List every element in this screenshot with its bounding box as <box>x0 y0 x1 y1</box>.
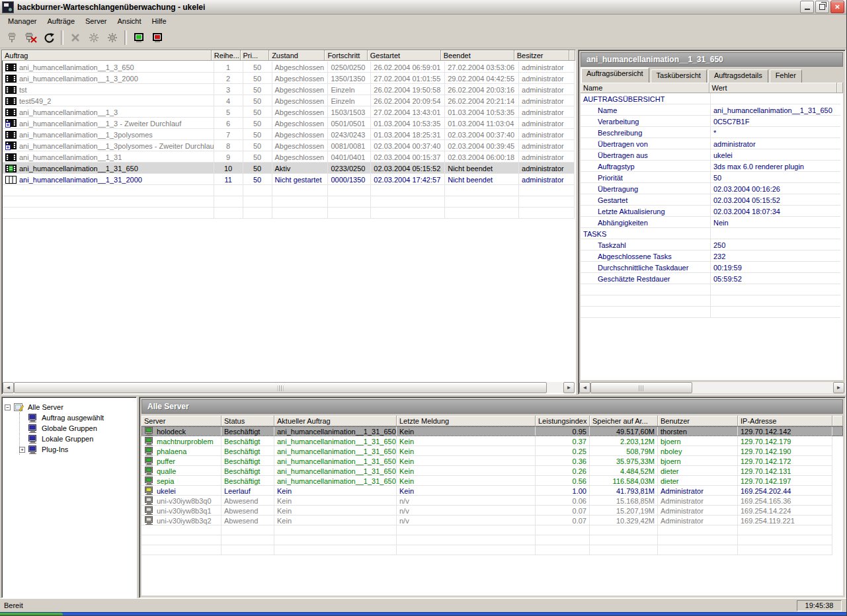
tree-root-label[interactable]: Alle Server <box>26 403 65 411</box>
server-row[interactable]: pufferBeschäftigtani_humancellanimation_… <box>141 456 843 466</box>
server-row[interactable]: sepiaBeschäftigtani_humancellanimation__… <box>141 476 843 486</box>
details-hscrollbar[interactable]: ◄ ► <box>579 382 844 393</box>
job-owner-cell: administrator <box>519 151 575 163</box>
tree-item-alle-server[interactable]: −Alle Server <box>5 402 134 412</box>
server-caption: Alle Server <box>141 399 843 414</box>
server-row[interactable]: qualleBeschäftigtani_humancellanimation_… <box>141 466 843 476</box>
vertical-splitter-bottom[interactable] <box>137 397 139 598</box>
server-row[interactable]: uni-v30iyw8b3q2AbwesendKeinn/v0.0710.329… <box>141 516 843 525</box>
job-column-header[interactable]: Beendet <box>441 50 514 61</box>
job-row[interactable]: ani_humancellanimation__1_31_20001150Nic… <box>3 174 575 185</box>
job-row[interactable]: ani_humancellanimation__1_31_6501050Akti… <box>3 163 575 174</box>
menu-item-manager[interactable]: Manager <box>3 16 42 26</box>
tree-item-label[interactable]: Globale Gruppen <box>40 424 99 432</box>
tree-item-label[interactable]: Plug-Ins <box>40 445 69 453</box>
tab-fehler[interactable]: Fehler <box>770 69 802 83</box>
tab-auftragsdetails[interactable]: Auftragsdetails <box>708 69 768 83</box>
scroll-track[interactable] <box>590 382 833 393</box>
title-bar[interactable]: backburner-Warteschlangenüberwachung - u… <box>0 0 846 15</box>
close-button[interactable]: ✕ <box>830 1 844 13</box>
scroll-thumb[interactable] <box>590 382 692 393</box>
job-ended-cell: Nicht beendet <box>445 163 519 174</box>
job-row[interactable]: ani_humancellanimation__1_3polysomes750A… <box>3 129 575 140</box>
server-name-cell: uni-v30iyw8b3q2 <box>141 516 222 525</box>
delete-job-button[interactable] <box>67 30 84 46</box>
details-name-cell: Letzte Aktualisierung <box>581 206 711 217</box>
disconnect-button[interactable] <box>22 30 39 46</box>
job-hscrollbar[interactable]: ◄ ► <box>3 382 575 393</box>
server-row[interactable]: phalaenaBeschäftigtani_humancellanimatio… <box>141 446 843 456</box>
tree-item-globalegruppen[interactable]: Globale Gruppen <box>19 423 134 434</box>
server-row[interactable]: holodeckBeschäftigtani_humancellanimatio… <box>141 426 843 436</box>
details-column-header[interactable]: Name <box>581 83 709 93</box>
menu-item-auftrge[interactable]: Aufträge <box>42 16 80 26</box>
scroll-thumb[interactable] <box>14 382 547 393</box>
scroll-left-icon[interactable]: ◄ <box>579 382 590 393</box>
server-online-button[interactable] <box>130 30 147 46</box>
tab-auftragsbersicht[interactable]: Auftragsübersicht <box>581 67 649 83</box>
job-column-header[interactable]: Fortschritt <box>325 50 367 61</box>
job-row[interactable]: ani_humancellanimation__1_3_650150Abgesc… <box>3 61 575 73</box>
server-row[interactable]: machtnurproblemBeschäftigtani_humancella… <box>141 436 843 446</box>
server-row[interactable]: uni-v30iyw8b3q1AbwesendKeinn/v0.0715.207… <box>141 506 843 516</box>
server-column-header[interactable]: Status <box>222 416 274 426</box>
suspend-job-button[interactable] <box>85 30 102 46</box>
menu-item-hilfe[interactable]: Hilfe <box>147 16 172 26</box>
windows-taskbar[interactable] <box>0 612 846 616</box>
job-column-header[interactable]: Gestartet <box>368 50 441 61</box>
suspend-job-icon <box>88 32 100 43</box>
job-row[interactable]: ani_humancellanimation__1_3_2000250Abges… <box>3 73 575 84</box>
activate-job-button[interactable] <box>104 30 121 46</box>
job-column-header[interactable]: Zustand <box>269 50 325 61</box>
job-column-header[interactable]: Reihe... <box>212 50 241 61</box>
scroll-right-icon[interactable]: ► <box>833 382 844 393</box>
server-offline-button[interactable] <box>149 30 166 46</box>
scroll-left-icon[interactable]: ◄ <box>3 382 14 393</box>
job-column-header[interactable]: Besitzer <box>514 50 569 61</box>
details-row: Geschätzte Restdauer05:59:52 <box>581 273 843 284</box>
tree-item-label[interactable]: Auftrag ausgewählt <box>40 414 105 422</box>
tab-taskbersicht[interactable]: Taskübersicht <box>651 69 707 83</box>
server-status-cell: Beschäftigt <box>222 456 274 466</box>
server-column-header[interactable]: Server <box>141 416 222 426</box>
job-priority-cell: 50 <box>243 73 272 84</box>
menu-item-server[interactable]: Server <box>80 16 112 26</box>
restore-button[interactable] <box>815 1 829 13</box>
job-row[interactable]: test549_2450AbgeschlossenEinzeln26.02.20… <box>3 95 575 106</box>
server-column-header[interactable]: Letzte Meldung <box>397 416 536 426</box>
scroll-right-icon[interactable]: ► <box>563 382 575 393</box>
job-row[interactable]: tst350AbgeschlossenEinzeln26.02.2004 19:… <box>3 84 575 95</box>
tree-item-plugins[interactable]: +Plug-Ins <box>19 444 134 455</box>
expand-icon[interactable]: + <box>19 447 25 453</box>
details-column-header[interactable]: Wert <box>709 83 838 93</box>
server-column-header[interactable]: Leistungsindex <box>536 416 590 426</box>
server-row[interactable]: ukeleiLeerlaufKeinKein1.0041.793,81MAdmi… <box>141 486 843 496</box>
minimize-button[interactable] <box>800 1 814 13</box>
server-message-cell: Kein <box>397 446 536 456</box>
job-column-header[interactable]: Pri... <box>241 50 270 61</box>
server-column-header[interactable]: IP-Adresse <box>738 416 832 426</box>
connect-button[interactable] <box>3 30 20 46</box>
job-row[interactable]: ani_humancellanimation__1_3polysomes - Z… <box>3 140 575 151</box>
tree-item-auftragausgewhlt[interactable]: Auftrag ausgewählt <box>19 412 134 423</box>
job-row[interactable]: ani_humancellanimation__1_3550Abgeschlos… <box>3 106 575 118</box>
job-column-header[interactable]: Auftrag <box>2 50 212 61</box>
vertical-splitter-top[interactable] <box>576 50 578 395</box>
job-row[interactable]: ani_humancellanimation__1_31950Abgeschlo… <box>3 151 575 163</box>
job-started-cell: 27.02.2004 01:01:55 <box>371 73 445 84</box>
server-row[interactable]: uni-v30iyw8b3q0AbwesendKeinn/v0.0615.168… <box>141 496 843 506</box>
tree-item-label[interactable]: Lokale Gruppen <box>40 435 95 443</box>
server-column-header[interactable]: Speicher auf Ar... <box>590 416 658 426</box>
scroll-track[interactable] <box>14 382 563 393</box>
start-button[interactable] <box>0 613 63 616</box>
refresh-button[interactable] <box>40 30 58 46</box>
horizontal-splitter[interactable] <box>0 395 847 397</box>
menu-item-ansicht[interactable]: Ansicht <box>112 16 146 26</box>
collapse-icon[interactable]: − <box>5 404 11 410</box>
server-column-header[interactable]: Benutzer <box>658 416 738 426</box>
job-row[interactable]: ani_humancellanimation__1_3 - Zweiter Du… <box>3 118 575 129</box>
tree-item-lokalegruppen[interactable]: Lokale Gruppen <box>19 434 134 444</box>
job-state-cell: Aktiv <box>272 163 329 174</box>
server-column-header[interactable]: Aktueller Auftrag <box>274 416 397 426</box>
server-job-cell: Kein <box>274 516 397 525</box>
